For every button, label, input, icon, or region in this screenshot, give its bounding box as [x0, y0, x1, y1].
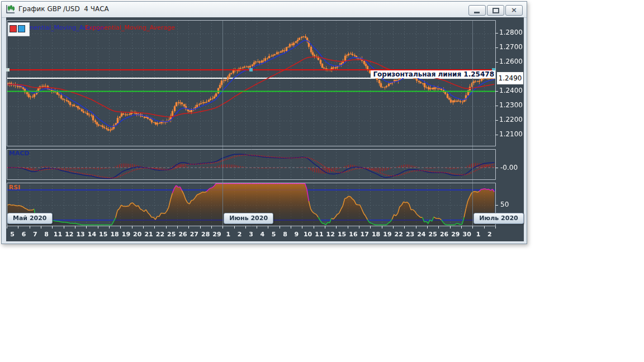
- x-axis-day-label: 22: [156, 231, 164, 238]
- x-axis-day-label: 8: [283, 231, 287, 238]
- x-axis-day-label: 11: [54, 231, 62, 238]
- y-axis-price-label: 1.2600: [499, 58, 524, 65]
- x-axis-day-label: 2: [238, 231, 242, 238]
- desktop: График GBP /USD 4 ЧАСА × Exponential_Mov…: [0, 0, 644, 362]
- x-axis-day-label: 29: [212, 231, 221, 238]
- x-axis-day-label: 7: [33, 231, 37, 238]
- x-axis-day-label: 5: [272, 231, 276, 238]
- x-axis-day-label: 21: [144, 231, 153, 238]
- x-axis-day-label: 18: [372, 231, 380, 238]
- x-axis-day-label: 10: [304, 231, 312, 238]
- x-axis-day-label: 14: [88, 231, 96, 238]
- y-axis-price-label: 1.2800: [499, 28, 524, 36]
- x-axis-day-label: 18: [110, 231, 119, 238]
- x-axis-day-label: 1: [226, 231, 231, 238]
- x-axis-day-label: 28: [201, 231, 210, 238]
- x-axis-day-label: 8: [44, 231, 49, 238]
- x-axis-day-label: 17: [361, 231, 369, 238]
- y-axis-price-label: 1.2300: [499, 101, 524, 109]
- x-axis-day-label: 12: [326, 231, 335, 238]
- horizontal-line-tooltip: Горизонтальная линия 1.25478: [371, 70, 495, 78]
- x-axis-day-label: 20: [133, 231, 141, 238]
- month-badge[interactable]: Июль 2020: [473, 213, 523, 224]
- x-axis-day-label: 1: [476, 231, 481, 238]
- macd-axis-value: -0.00: [500, 164, 518, 172]
- x-axis-day-label: 30: [463, 231, 471, 238]
- y-axis-price-label: 1.2700: [499, 43, 524, 51]
- x-axis-day-label: 16: [349, 231, 357, 238]
- x-axis-day-label: 25: [429, 231, 437, 238]
- x-axis-day-label: 19: [383, 231, 391, 238]
- x-axis-day-label: 12: [65, 231, 73, 238]
- y-axis-price-label: 1.2100: [499, 130, 524, 138]
- x-axis-day-label: 2: [487, 231, 492, 238]
- month-badge[interactable]: Июнь 2020: [224, 213, 273, 224]
- x-axis-day-label: 24: [417, 231, 425, 238]
- y-axis-price-label: 1.2200: [499, 116, 524, 123]
- x-axis-day-label: 4: [260, 231, 264, 238]
- y-axis-price-label: 1.2400: [499, 87, 524, 94]
- macd-panel-label: MACD: [9, 150, 30, 157]
- x-axis-day-label: 6: [22, 231, 26, 238]
- current-price-box: 1.2490: [497, 72, 523, 84]
- x-axis-day-label: 15: [338, 231, 346, 238]
- x-axis-day-label: 13: [76, 231, 84, 238]
- legend-ma-slow-label: Exponential_Moving_Average: [85, 24, 175, 31]
- rsi-panel-label: RSI: [9, 184, 21, 191]
- x-axis-day-label: 5: [10, 231, 15, 238]
- rsi-axis-value: 50: [500, 201, 509, 208]
- legend-red-swatch[interactable]: [10, 25, 17, 32]
- x-axis-day-label: 9: [294, 231, 299, 238]
- x-axis-day-label: 15: [99, 231, 107, 238]
- x-axis-day-label: 19: [122, 231, 130, 238]
- x-axis-day-label: 29: [451, 231, 460, 238]
- x-axis-day-label: 11: [315, 231, 323, 238]
- x-axis-day-label: 3: [249, 231, 253, 238]
- x-axis-day-label: 22: [395, 231, 403, 238]
- x-axis-day-label: 23: [406, 231, 414, 238]
- x-axis-day-label: 26: [440, 231, 448, 238]
- x-axis-day-label: 27: [190, 231, 198, 238]
- x-axis-day-label: 26: [178, 231, 187, 238]
- price-chart-canvas[interactable]: [0, 0, 644, 362]
- month-badge[interactable]: Май 2020: [7, 213, 53, 224]
- legend-blue-swatch[interactable]: [18, 25, 25, 32]
- x-axis-day-label: 25: [167, 231, 176, 238]
